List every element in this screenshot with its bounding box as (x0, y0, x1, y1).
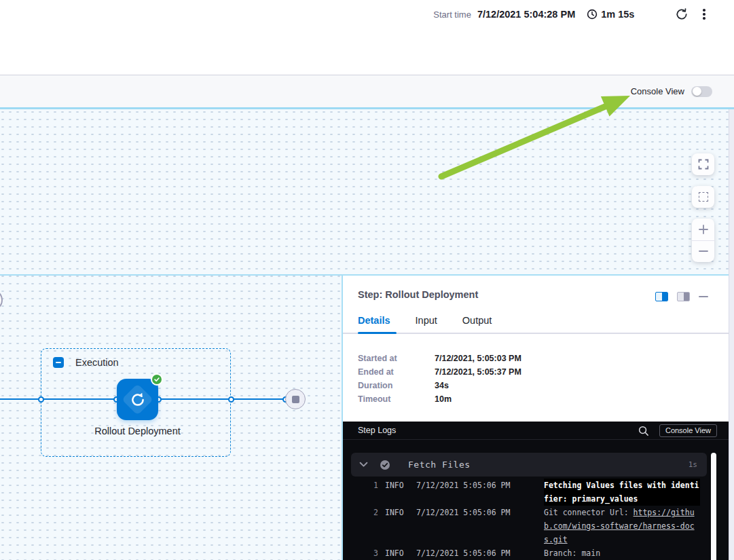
zoom-in-button[interactable] (692, 219, 714, 241)
more-options-button[interactable] (700, 7, 708, 21)
zoom-out-icon (698, 246, 709, 257)
console-view-label: Console View (631, 86, 684, 96)
console-view-bar: Console View (0, 75, 734, 107)
split-view-bottom-icon[interactable] (677, 292, 690, 301)
console-view-toggle[interactable] (691, 86, 712, 97)
collapse-group-button[interactable] (53, 357, 64, 368)
step-success-icon (380, 460, 390, 470)
fullscreen-button[interactable] (692, 153, 714, 175)
log-lines: 1 INFO 7/12/2021 5:05:06 PM Fetching Val… (343, 479, 729, 560)
search-icon[interactable] (638, 425, 649, 436)
elapsed-time: 1m 15s (601, 9, 634, 20)
log-line: 2 INFO 7/12/2021 5:05:06 PM Git connecto… (343, 506, 729, 546)
edge-connector (38, 396, 44, 403)
step-panel-title: Step: Rollout Deployment (358, 289, 478, 300)
kebab-icon (703, 9, 705, 12)
fit-selection-button[interactable] (692, 186, 714, 208)
log-group-name: Fetch Files (408, 460, 471, 470)
log-message: Branch: main (544, 546, 700, 560)
success-badge (151, 373, 163, 386)
minimize-panel-button[interactable] (699, 296, 708, 298)
rollout-icon (129, 391, 147, 409)
refresh-icon (675, 7, 689, 21)
zoom-in-out-group (692, 219, 714, 262)
pipeline-execution-screen: Start time 7/12/2021 5:04:28 PM 1m 15s (0, 0, 734, 560)
log-group-duration: 1s (689, 460, 697, 469)
logs-console-view-button[interactable]: Console View (659, 424, 717, 437)
step-logs-header: Step Logs Console View (343, 422, 729, 440)
end-node[interactable] (285, 389, 306, 409)
fullscreen-icon (698, 159, 709, 170)
edge-connector (228, 396, 234, 403)
minus-icon (56, 362, 61, 363)
log-line: 3 INFO 7/12/2021 5:05:06 PM Branch: main (343, 546, 729, 560)
log-group-fetch-files[interactable]: Fetch Files 1s (351, 453, 707, 477)
tab-input[interactable]: Input (416, 315, 437, 334)
step-details-list: Started at 7/12/2021, 5:05:03 PM Ended a… (358, 352, 521, 406)
stop-icon (292, 396, 299, 403)
detail-row-ended-at: Ended at 7/12/2021, 5:05:37 PM (358, 365, 521, 379)
execution-group-label: Execution (75, 357, 119, 368)
log-scrollbar-thumb[interactable] (711, 453, 716, 560)
rollout-deployment-node[interactable] (117, 379, 158, 420)
zoom-out-button[interactable] (692, 241, 714, 263)
detail-row-duration: Duration 34s (358, 379, 521, 392)
tab-output[interactable]: Output (462, 315, 492, 334)
split-view-right-icon[interactable] (655, 292, 668, 301)
fit-selection-icon (699, 192, 708, 202)
step-panel-actions (655, 292, 708, 301)
zoom-in-icon (698, 224, 709, 235)
step-details-panel: Step: Rollout Deployment Details Input O… (343, 276, 729, 560)
page-scrollbar-track[interactable] (729, 109, 734, 560)
detail-row-timeout: Timeout 10m (358, 392, 521, 406)
log-message: Fetching Values files with identifier: p… (544, 479, 700, 506)
top-header: Start time 7/12/2021 5:04:28 PM 1m 15s (0, 0, 734, 75)
step-panel-tabs: Details Input Output (358, 315, 492, 334)
log-line: 1 INFO 7/12/2021 5:05:06 PM Fetching Val… (343, 479, 729, 506)
execution-meta: Start time 7/12/2021 5:04:28 PM 1m 15s (433, 5, 708, 23)
detail-row-started-at: Started at 7/12/2021, 5:05:03 PM (358, 352, 521, 365)
log-message: Git connector Url: https://github.com/wi… (544, 506, 700, 546)
active-tab-underline (358, 332, 397, 334)
refresh-button[interactable] (675, 7, 689, 21)
tab-details[interactable]: Details (358, 315, 390, 334)
start-time-value: 7/12/2021 5:04:28 PM (477, 9, 575, 20)
tabs-divider (343, 333, 729, 334)
step-logs-panel: Step Logs Console View Fetch Files (343, 422, 729, 560)
start-time-label: Start time (433, 10, 471, 20)
node-label[interactable]: Rollout Deployment (93, 424, 182, 438)
step-logs-title: Step Logs (358, 426, 396, 435)
chevron-down-icon (359, 462, 368, 468)
execution-group-header: Execution (53, 357, 119, 368)
clock-icon (587, 9, 598, 20)
toggle-knob (693, 87, 701, 96)
check-icon (153, 376, 160, 383)
canvas-zoom-controls (692, 153, 714, 262)
duration-badge: 1m 15s (587, 9, 634, 20)
